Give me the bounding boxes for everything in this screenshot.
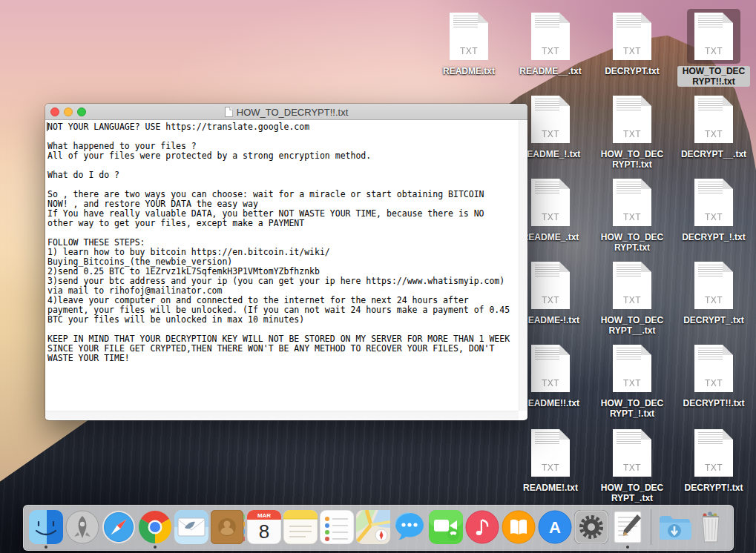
desktop-icon-label: HOW_TO_DECRYPT.txt <box>596 232 668 253</box>
desktop-icon[interactable]: TXTREADME__.txt <box>512 9 589 76</box>
desktop-icon[interactable]: TXTDECRYPT_.txt <box>675 258 752 325</box>
window-titlebar[interactable]: HOW_TO_DECRYPT!!.txt <box>45 104 527 120</box>
desktop-icon[interactable]: TXTDECRYPT!!.txt <box>675 341 752 408</box>
dock: MAR8A <box>23 505 734 551</box>
desktop-icon[interactable]: TXTDECRYPT_!.txt <box>675 175 752 242</box>
desktop-icon[interactable]: TXTHOW_TO_DECRYPT!!.txt <box>675 9 752 87</box>
desktop-icon-label: README!.txt <box>521 483 580 493</box>
desktop-icon-label: HOW_TO_DECRYPT__.txt <box>596 315 668 336</box>
downloads-folder-icon[interactable] <box>657 510 691 544</box>
desktop-icon[interactable]: TXTDECRYPT.txt <box>594 9 671 76</box>
itunes-icon[interactable] <box>465 510 499 544</box>
desktop-icon-label: DECRYPT!!.txt <box>681 398 747 408</box>
notes-icon[interactable] <box>283 510 318 544</box>
desktop-icon[interactable]: TXTHOW_TO_DECRYPT_!.txt <box>594 341 671 419</box>
app-store-icon[interactable]: A <box>538 510 572 544</box>
desktop-icon-label: DECRYPT__.txt <box>679 149 749 159</box>
desktop-icon-label: README_!.txt <box>519 149 583 159</box>
desktop-icon-label: DECRYPT_!.txt <box>680 232 748 242</box>
facetime-icon[interactable] <box>429 510 463 544</box>
svg-text:MAR: MAR <box>257 512 270 519</box>
system-preferences-icon[interactable] <box>574 510 608 544</box>
maps-icon[interactable] <box>356 510 390 544</box>
vertical-scrollbar[interactable] <box>519 120 527 411</box>
running-indicator <box>154 546 157 549</box>
txt-file-icon: TXT <box>605 258 659 313</box>
close-button[interactable] <box>50 107 59 116</box>
desktop-icon-label: HOW_TO_DECRYPT!.txt <box>596 149 668 170</box>
running-indicator <box>626 546 629 549</box>
txt-file-icon: TXT <box>524 258 577 313</box>
desktop-icon-label: README__.txt <box>517 66 583 76</box>
txt-file-icon: TXT <box>442 9 496 64</box>
txt-file-icon: TXT <box>687 175 740 230</box>
horizontal-scrollbar[interactable] <box>45 411 519 420</box>
desktop-icon[interactable]: TXTHOW_TO_DECRYPT.txt <box>594 175 671 253</box>
safari-icon[interactable] <box>102 510 136 544</box>
desktop-icon-label: README!!.txt <box>519 398 582 408</box>
running-indicator <box>45 546 47 549</box>
traffic-lights <box>50 107 86 116</box>
finder-icon[interactable] <box>29 510 63 544</box>
txt-file-icon: TXT <box>524 9 577 64</box>
txt-file-icon: TXT <box>605 92 659 147</box>
txt-file-icon: TXT <box>605 341 659 396</box>
text-editor-area[interactable]: NOT YOUR LANGUAGE? USE https://translate… <box>45 120 527 420</box>
trash-icon[interactable] <box>694 510 728 544</box>
txt-file-icon: TXT <box>605 175 659 230</box>
desktop-icon-label: HOW_TO_DECRYPT!!.txt <box>677 66 750 87</box>
svg-text:8: 8 <box>258 520 269 543</box>
calendar-icon[interactable]: MAR8 <box>247 510 281 544</box>
zoom-button[interactable] <box>77 107 86 116</box>
mail-icon[interactable] <box>174 510 208 544</box>
txt-file-icon: TXT <box>687 92 740 147</box>
launchpad-icon[interactable] <box>65 510 99 544</box>
minimize-button[interactable] <box>64 107 73 116</box>
desktop-icon-label: DECRYPT_.txt <box>681 315 746 325</box>
txt-file-icon: TXT <box>605 9 659 64</box>
messages-icon[interactable] <box>392 510 427 544</box>
desktop-icon[interactable]: TXTREADME.txt <box>430 9 507 76</box>
desktop-icon[interactable]: TXTHOW_TO_DECRYPT!.txt <box>594 92 671 170</box>
txt-file-icon: TXT <box>524 341 577 396</box>
contacts-icon[interactable] <box>211 510 245 544</box>
txt-file-icon: TXT <box>687 258 740 313</box>
dock-separator <box>651 509 651 545</box>
dock-items: MAR8A <box>24 506 733 550</box>
document-text[interactable]: NOT YOUR LANGUAGE? USE https://translate… <box>45 120 527 372</box>
txt-file-icon: TXT <box>687 341 740 396</box>
desktop-icon[interactable]: TXTHOW_TO_DECRYPT_.txt <box>594 425 671 503</box>
ibooks-icon[interactable] <box>502 510 536 544</box>
desktop-icon-label: HOW_TO_DECRYPT_!.txt <box>596 398 668 419</box>
svg-text:A: A <box>549 518 561 537</box>
reminders-icon[interactable] <box>320 510 354 544</box>
desktop-icon-label: HOW_TO_DECRYPT_.txt <box>596 483 668 503</box>
textedit-window: HOW_TO_DECRYPT!!.txt NOT YOUR LANGUAGE? … <box>45 104 527 420</box>
txt-file-icon: TXT <box>524 175 577 230</box>
txt-file-icon: TXT <box>524 92 577 147</box>
txt-file-icon: TXT <box>687 9 740 64</box>
desktop: TXTREADME.txtTXTREADME__.txtTXTDECRYPT.t… <box>0 0 756 553</box>
desktop-icon[interactable]: TXTDECRYPT!.txt <box>675 425 752 493</box>
text-caret <box>47 122 47 131</box>
txt-file-icon: TXT <box>605 425 659 480</box>
desktop-icon[interactable]: TXTREADME!.txt <box>512 425 589 493</box>
desktop-icon[interactable]: TXTDECRYPT__.txt <box>675 92 752 159</box>
textedit-icon[interactable] <box>611 510 645 544</box>
desktop-icon-label: DECRYPT!.txt <box>683 483 746 493</box>
txt-file-icon: TXT <box>524 425 577 480</box>
desktop-icon-label: README-!.txt <box>519 315 582 325</box>
window-title: HOW_TO_DECRYPT!!.txt <box>237 107 349 118</box>
txt-file-icon: TXT <box>687 425 740 480</box>
desktop-icon-label: README.txt <box>441 66 497 76</box>
desktop-icon[interactable]: TXTHOW_TO_DECRYPT__.txt <box>594 258 671 336</box>
desktop-icon-label: DECRYPT.txt <box>602 66 662 76</box>
chrome-icon[interactable] <box>138 510 172 544</box>
document-proxy-icon[interactable] <box>225 107 233 117</box>
desktop-icon-label: README_.txt <box>520 232 582 242</box>
